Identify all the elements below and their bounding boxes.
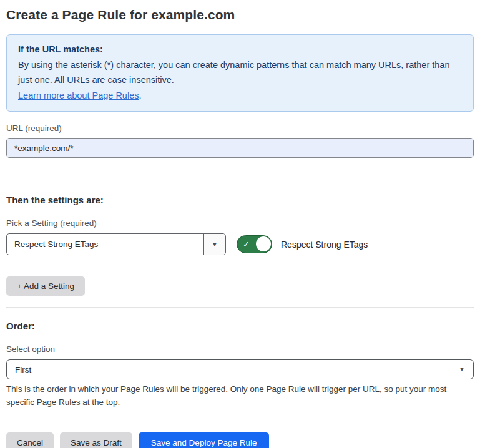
section-divider <box>6 182 474 182</box>
info-box-link-line: Learn more about Page Rules. <box>18 88 462 104</box>
create-page-rule-form: Create a Page Rule for example.com If th… <box>0 0 480 448</box>
setting-toggle[interactable]: ✓ <box>237 235 272 253</box>
url-input[interactable] <box>6 138 474 158</box>
cancel-button[interactable]: Cancel <box>6 432 54 448</box>
chevron-down-icon: ▼ <box>212 241 218 248</box>
order-select[interactable]: First ▼ <box>6 359 474 379</box>
add-setting-button[interactable]: + Add a Setting <box>6 276 85 296</box>
setting-row: Respect Strong ETags ▼ ✓ Respect Strong … <box>6 233 474 255</box>
footer-actions: Cancel Save as Draft Save and Deploy Pag… <box>6 432 474 448</box>
order-help-text: This is the order in which your Page Rul… <box>6 383 471 409</box>
url-field-label: URL (required) <box>6 124 474 133</box>
save-and-deploy-button[interactable]: Save and Deploy Page Rule <box>139 432 270 448</box>
setting-dropdown-arrow-button[interactable]: ▼ <box>203 234 225 255</box>
setting-toggle-label: Respect Strong ETags <box>281 240 368 250</box>
order-select-label: Select option <box>6 344 474 354</box>
info-box-heading: If the URL matches: <box>18 42 462 57</box>
section-divider <box>6 307 474 308</box>
check-icon: ✓ <box>243 240 250 248</box>
order-section-heading: Order: <box>6 321 474 331</box>
info-box-body: By using the asterisk (*) character, you… <box>18 57 462 88</box>
settings-section-heading: Then the settings are: <box>6 195 474 205</box>
chevron-down-icon: ▼ <box>459 366 465 373</box>
page-title: Create a Page Rule for example.com <box>6 7 474 22</box>
setting-picker-label: Pick a Setting (required) <box>6 218 474 228</box>
url-match-info-box: If the URL matches: By using the asteris… <box>6 34 474 112</box>
footer-divider <box>6 421 474 421</box>
order-select-value: First <box>15 365 31 374</box>
setting-dropdown-value: Respect Strong ETags <box>7 234 203 255</box>
learn-more-link[interactable]: Learn more about Page Rules <box>18 90 139 100</box>
toggle-knob <box>256 236 271 251</box>
setting-dropdown[interactable]: Respect Strong ETags ▼ <box>6 233 226 255</box>
save-as-draft-button[interactable]: Save as Draft <box>60 432 132 448</box>
link-suffix: . <box>139 90 141 100</box>
